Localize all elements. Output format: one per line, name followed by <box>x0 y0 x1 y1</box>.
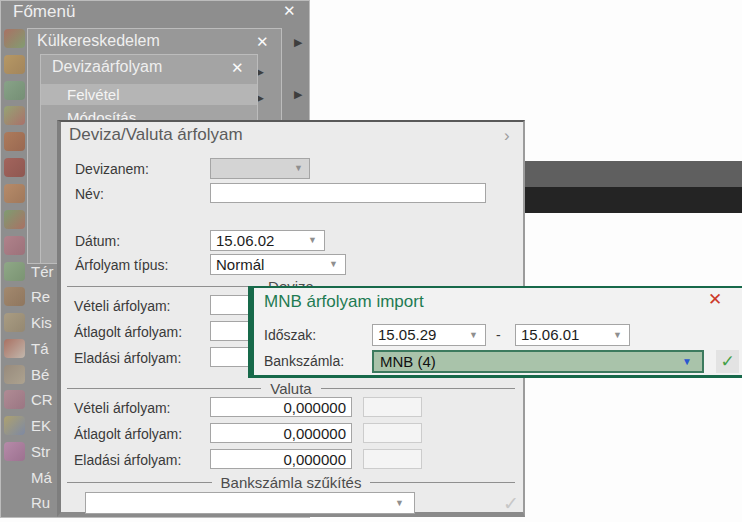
valuta-veteli-input[interactable]: 0,000000 <box>210 397 352 417</box>
valuta-legend: Valuta <box>67 380 515 397</box>
dropdown-arrow-icon: ▼ <box>294 164 303 173</box>
devizaarfolyam-close-icon[interactable]: ✕ <box>231 60 244 75</box>
box-icon[interactable] <box>4 132 25 151</box>
dropdown-arrow-icon: ▼ <box>613 331 622 340</box>
menu-item-felvetel[interactable]: Felvétel <box>67 85 120 105</box>
books-icon[interactable] <box>4 313 25 332</box>
sidebar-item-be[interactable]: Bé <box>31 365 49 385</box>
valuta-eladasi-label: Eladási árfolyam: <box>74 451 181 469</box>
legend-line <box>67 482 212 483</box>
cube-icon[interactable] <box>4 442 25 461</box>
chart-bars-icon[interactable] <box>4 210 25 229</box>
deviza-eladasi-label: Eladási árfolyam: <box>74 349 181 367</box>
sidebar-item-cr[interactable]: CR <box>31 390 53 410</box>
flag-icon[interactable] <box>4 81 25 100</box>
sidebar-item-ru[interactable]: Ru <box>31 493 50 513</box>
legend-line <box>321 388 515 389</box>
kulkereskedelem-close-icon[interactable]: ✕ <box>256 34 269 49</box>
valuta-atlagolt-label: Átlagolt árfolyam: <box>74 425 182 443</box>
sidebar-item-re[interactable]: Re <box>31 287 50 307</box>
arfolyam-tipus-label: Árfolyam típus: <box>75 256 168 274</box>
sidebar-item-ma[interactable]: Má <box>31 468 52 488</box>
nev-label: Név: <box>75 185 104 203</box>
submenu-arrow-icon: ▶ <box>257 67 264 78</box>
mnb-dialog-title: MNB árfolyam import <box>264 292 424 312</box>
monitor-icon[interactable] <box>4 184 25 203</box>
sidebar-item-str[interactable]: Str <box>31 442 50 462</box>
basket-icon[interactable] <box>4 29 25 48</box>
valuta-eladasi-extra-input[interactable] <box>363 449 422 469</box>
dropdown-arrow-icon: ▼ <box>469 331 478 340</box>
submenu-arrow-icon: ▶ <box>294 37 302 48</box>
idoszak-label: Időszak: <box>264 326 316 344</box>
legend-line <box>67 388 261 389</box>
arfolyam-tipus-dropdown[interactable]: Normál <box>210 254 346 275</box>
dropdown-arrow-blue-icon: ▼ <box>682 357 692 367</box>
sidebar-item-ek[interactable]: EK <box>31 416 51 436</box>
devizaarfolyam-title: Devizaárfolyam <box>52 58 162 76</box>
dialog-title: Deviza/Valuta árfolyam <box>69 125 243 145</box>
apply-check-icon-disabled: ✓ <box>503 494 519 513</box>
confirm-import-button[interactable]: ✓ <box>716 350 739 373</box>
dropdown-arrow-icon: ▼ <box>308 236 317 245</box>
sidebar-item-ta[interactable]: Tá <box>31 339 49 359</box>
submenu-arrow-icon: ▶ <box>294 89 302 100</box>
deviza-veteli-label: Vételi árfolyam: <box>74 297 170 315</box>
sidebar-item-ter[interactable]: Tér <box>31 262 54 282</box>
person-icon[interactable] <box>4 236 25 255</box>
submenu-arrow-icon: ▶ <box>257 93 264 104</box>
check-icon: ✓ <box>720 352 734 371</box>
landscape-icon[interactable] <box>4 262 25 281</box>
people-icon[interactable] <box>4 390 25 409</box>
valuta-eladasi-input[interactable]: 0,000000 <box>210 449 352 469</box>
fomenu-title: Főmenü <box>13 2 75 22</box>
book-icon[interactable] <box>4 158 25 177</box>
folders-icon[interactable] <box>4 416 25 435</box>
mnb-close-icon[interactable]: ✕ <box>708 291 722 308</box>
bankszamla-label: Bankszámla: <box>264 352 344 370</box>
bankszamla-szukites-legend: Bankszámla szűkítés <box>67 474 515 491</box>
cart-icon[interactable] <box>4 55 25 74</box>
bankszamla-dropdown[interactable]: MNB (4) <box>372 350 704 373</box>
legend-line <box>370 482 515 483</box>
candy-icon[interactable] <box>4 106 25 125</box>
bankszamla-szukites-dropdown[interactable] <box>85 492 415 514</box>
legend-line <box>67 286 259 287</box>
dialog-mnb-arfolyam-import: MNB árfolyam import ✕ Időszak: 15.05.29 … <box>248 286 742 378</box>
nev-input[interactable] <box>210 183 486 203</box>
valuta-atlagolt-input[interactable]: 0,000000 <box>210 423 352 443</box>
deviza-atlagolt-label: Átlagolt árfolyam: <box>74 323 182 341</box>
home-finance-icon[interactable] <box>4 365 25 384</box>
valuta-atlagolt-extra-input[interactable] <box>363 423 422 443</box>
chevron-right-icon[interactable]: › <box>504 127 510 144</box>
house-icon[interactable] <box>4 339 25 358</box>
app-screen: Főmenü ✕ Tér Re Kis Tá Bé CR EK Str Má R… <box>0 0 742 522</box>
valuta-veteli-extra-input[interactable] <box>363 397 422 417</box>
fomenu-close-icon[interactable]: ✕ <box>283 3 296 18</box>
kulkereskedelem-title: Külkereskedelem <box>37 32 160 50</box>
package-icon[interactable] <box>4 287 25 306</box>
datum-label: Dátum: <box>75 232 120 250</box>
devizanem-label: Devizanem: <box>75 160 149 178</box>
dropdown-arrow-icon: ▼ <box>329 260 338 269</box>
dropdown-arrow-icon: ▼ <box>395 499 404 508</box>
date-separator: - <box>496 326 501 344</box>
valuta-veteli-label: Vételi árfolyam: <box>74 399 170 417</box>
sidebar-item-kis[interactable]: Kis <box>31 313 52 333</box>
